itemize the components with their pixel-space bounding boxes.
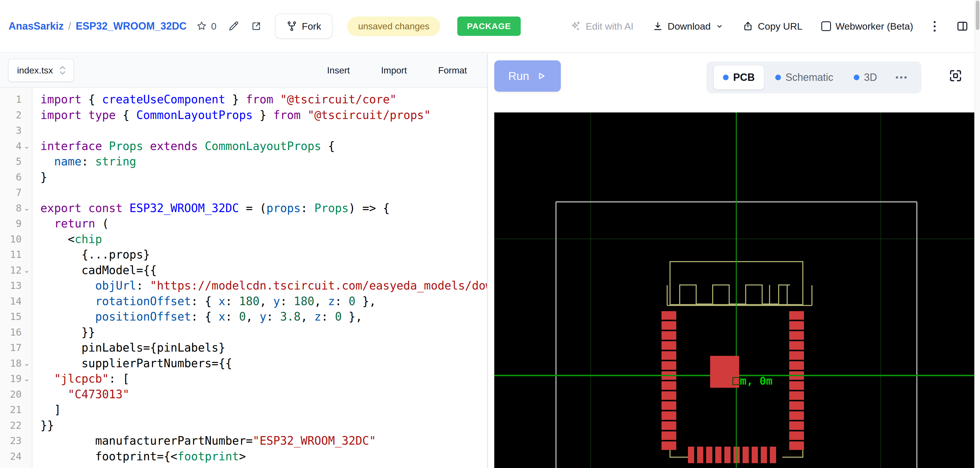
code-line[interactable]: 4⌄interface Props extends CommonLayoutPr… [0, 138, 487, 154]
breadcrumb-project-link[interactable]: ESP32_WROOM_32DC [76, 20, 186, 32]
menu-format[interactable]: Format [438, 65, 467, 76]
tab-pcb[interactable]: PCB [714, 65, 764, 89]
fold-chevron-icon[interactable]: ⌄ [22, 141, 32, 152]
pcb-pad-right [789, 401, 804, 410]
code-line[interactable]: 2import type { CommonLayoutProps } from … [0, 107, 487, 123]
webworker-toggle[interactable]: Webworker (Beta) [821, 21, 913, 32]
star-count: 0 [211, 21, 216, 32]
breadcrumb: AnasSarkiz / ESP32_WROOM_32DC [8, 20, 186, 32]
tab-3d[interactable]: 3D [845, 65, 886, 89]
pcb-pad-right [789, 351, 804, 360]
tab-schematic-label: Schematic [786, 72, 833, 83]
pcb-background [494, 112, 974, 468]
code-line[interactable]: 24 footprint={<footprint> [0, 449, 487, 464]
line-number-gutter: 2 [0, 107, 32, 123]
copy-url-button[interactable]: Copy URL [743, 21, 803, 32]
code-line[interactable]: 17 pinLabels={pinLabels} [0, 340, 487, 356]
download-button[interactable]: Download [652, 21, 724, 32]
pcb-pad-left [662, 321, 676, 330]
line-number-gutter: 24 [0, 449, 32, 464]
pcb-pad-bottom [743, 447, 749, 463]
code-line[interactable]: 15 positionOffset: { x: 0, y: 3.8, z: 0 … [0, 309, 487, 324]
code-editor-panel: index.tsx Insert Import Format 1import {… [0, 54, 487, 468]
star-button[interactable]: 0 [196, 21, 216, 32]
pencil-icon [228, 21, 239, 32]
line-number-gutter: 12⌄ [0, 262, 32, 278]
pcb-pad-bottom [688, 447, 694, 463]
line-number-gutter: 14 [0, 294, 32, 309]
view-tabs: PCB Schematic 3D [706, 61, 921, 93]
fold-chevron-icon[interactable]: ⌄ [22, 373, 32, 384]
code-line[interactable]: 5 name: string [0, 154, 487, 169]
code-line[interactable]: 8⌄export const ESP32_WROOM_32DC = (props… [0, 200, 487, 216]
file-selector[interactable]: index.tsx [8, 59, 74, 82]
tab-schematic[interactable]: Schematic [766, 65, 842, 89]
code-line[interactable]: 7 [0, 185, 487, 200]
menu-insert[interactable]: Insert [327, 65, 350, 76]
code-line[interactable]: 6} [0, 169, 487, 185]
line-number-gutter: 19⌄ [0, 371, 32, 387]
fullscreen-icon [948, 68, 963, 83]
breadcrumb-separator: / [68, 20, 71, 32]
open-share-button[interactable] [251, 21, 262, 32]
fold-chevron-icon[interactable]: ⌄ [22, 358, 32, 369]
pcb-pad-bottom [715, 447, 721, 463]
code-line[interactable]: 21 ] [0, 402, 487, 418]
edit-title-button[interactable] [228, 21, 239, 32]
schematic-status-dot [775, 75, 781, 80]
fold-chevron-icon[interactable]: ⌄ [22, 203, 32, 214]
code-line[interactable]: 12⌄ cadModel={{ [0, 262, 487, 278]
pcb-pad-left [662, 331, 676, 340]
fullscreen-button[interactable] [948, 68, 963, 84]
run-button[interactable]: Run [494, 60, 561, 92]
pcb-pad-right [789, 391, 804, 400]
pcb-pad-left [662, 431, 676, 440]
code-line[interactable]: 11 {...props} [0, 247, 487, 262]
line-number-gutter: 6 [0, 169, 32, 185]
code-line[interactable]: 14 rotationOffset: { x: 180, y: 180, z: … [0, 294, 487, 309]
pcb-pad-right [789, 441, 804, 450]
cursor-coordinates-label: m, 0m [740, 375, 772, 387]
star-icon [196, 21, 207, 32]
pcb-pad-right [789, 321, 804, 330]
code-lines[interactable]: 1import { createUseComponent } from "@ts… [0, 88, 487, 468]
pcb-pad-left [662, 381, 676, 390]
code-line[interactable]: 23 manufacturerPartNumber="ESP32_WROOM_3… [0, 433, 487, 449]
pcb-pad-bottom [761, 447, 767, 463]
code-line[interactable]: 13 objUrl: "https://modelcdn.tscircuit.c… [0, 278, 487, 294]
pcb-pad-left [662, 361, 676, 370]
edit-with-ai-button[interactable]: Edit with AI [570, 21, 633, 32]
line-number-gutter: 8⌄ [0, 200, 32, 216]
code-line[interactable]: 19⌄ "jlcpcb": [ [0, 371, 487, 387]
code-line[interactable]: 22}} [0, 418, 487, 433]
toggle-panel-button[interactable] [956, 20, 969, 32]
window-scrollbar[interactable] [974, 0, 980, 468]
fold-chevron-icon[interactable]: ⌄ [22, 264, 32, 276]
edit-with-ai-label: Edit with AI [585, 21, 633, 32]
pcb-pad-bottom [770, 447, 776, 463]
code-line[interactable]: 18⌄ supplierPartNumbers={{ [0, 356, 487, 371]
more-options-button[interactable] [932, 19, 937, 33]
pcb-pad-left [662, 341, 676, 350]
code-line[interactable]: 10 <chip [0, 232, 487, 247]
breadcrumb-owner-link[interactable]: AnasSarkiz [8, 20, 64, 32]
fork-button[interactable]: Fork [275, 14, 332, 39]
code-line[interactable]: 20 "C473013" [0, 387, 487, 402]
scrollbar-thumb[interactable] [976, 0, 980, 30]
line-number-gutter: 7 [0, 185, 32, 200]
open-external-icon [251, 21, 262, 32]
line-number-gutter: 22 [0, 418, 32, 433]
play-icon [536, 70, 547, 82]
code-line[interactable]: 9 return ( [0, 216, 487, 232]
pcb-canvas[interactable]: m, 0m [494, 112, 974, 468]
pcb-pad-left [662, 411, 676, 420]
line-number-gutter: 10 [0, 232, 32, 247]
code-line[interactable]: 16 }} [0, 324, 487, 340]
code-line[interactable]: 1import { createUseComponent } from "@ts… [0, 92, 487, 107]
menu-import[interactable]: Import [381, 65, 407, 76]
webworker-checkbox[interactable] [821, 21, 831, 31]
code-line[interactable]: 3 [0, 123, 487, 138]
download-icon [652, 21, 663, 32]
tabs-more-button[interactable] [888, 76, 914, 78]
fork-icon [286, 21, 297, 32]
